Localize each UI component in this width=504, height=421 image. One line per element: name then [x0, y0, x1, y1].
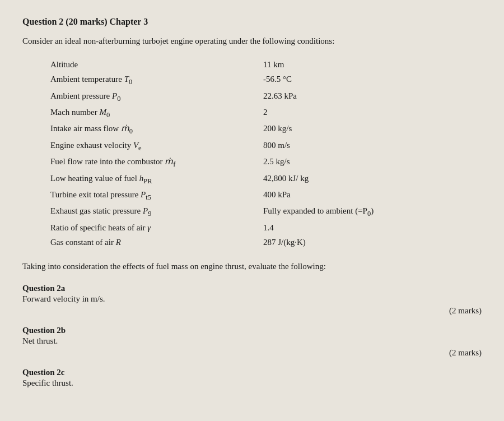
sub-question-body: Forward velocity in m/s.: [22, 294, 482, 304]
condition-row: Intake air mass flow ṁ0200 kg/s: [50, 122, 420, 138]
sub-question-question-2a: Question 2aForward velocity in m/s.(2 ma…: [22, 284, 482, 316]
condition-row: Ratio of specific heats of air γ1.4: [50, 220, 420, 235]
condition-row: Altitude11 km: [50, 58, 420, 72]
condition-row: Low heating value of fuel hPR42,800 kJ/ …: [50, 171, 420, 187]
condition-row: Turbine exit total pressure Pt5400 kPa: [50, 187, 420, 203]
sub-questions-container: Question 2aForward velocity in m/s.(2 ma…: [22, 284, 482, 388]
condition-row: Ambient pressure P022.63 kPa: [50, 89, 420, 105]
sub-question-header: Question 2c: [22, 368, 482, 377]
condition-row: Ambient temperature T0-56.5 °C: [50, 72, 420, 89]
sub-question-body: Specific thrust.: [22, 378, 482, 388]
sub-question-question-2b: Question 2bNet thrust.(2 marks): [22, 326, 482, 358]
condition-row: Fuel flow rate into the combustor ṁf2.5 …: [50, 155, 420, 171]
condition-row: Exhaust gas static pressure P9Fully expa…: [50, 204, 420, 220]
condition-row: Mach number M02: [50, 105, 420, 122]
sub-question-header: Question 2b: [22, 326, 482, 335]
question-header: Question 2 (20 marks) Chapter 3: [22, 17, 482, 27]
section-text: Taking into consideration the effects of…: [22, 260, 482, 273]
sub-question-question-2c: Question 2cSpecific thrust.: [22, 368, 482, 388]
intro-section: Consider an ideal non-afterburning turbo…: [22, 35, 482, 48]
conditions-table: Altitude11 kmAmbient temperature T0-56.5…: [50, 58, 482, 250]
sub-question-header: Question 2a: [22, 284, 482, 293]
sub-question-body: Net thrust.: [22, 336, 482, 346]
marks-label: (2 marks): [22, 348, 482, 358]
marks-label: (2 marks): [22, 306, 482, 316]
condition-row: Gas constant of air R287 J/(kg·K): [50, 235, 420, 249]
condition-row: Engine exhaust velocity Ve800 m/s: [50, 138, 420, 154]
